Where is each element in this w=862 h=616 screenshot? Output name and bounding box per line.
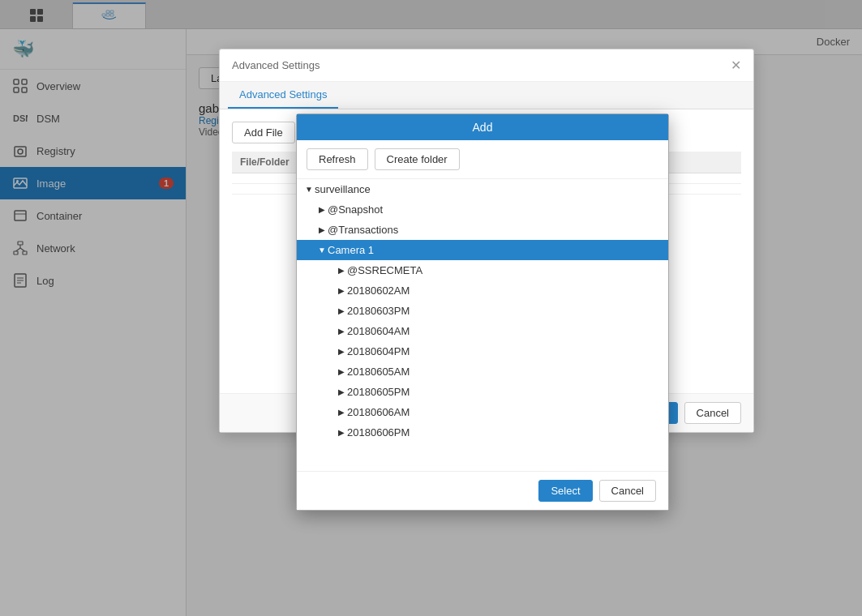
tree-arrow-20180603pm: ▶ (336, 306, 347, 317)
tree-arrow-surveillance: ▼ (303, 184, 315, 195)
adv-close-button[interactable]: ✕ (731, 58, 741, 73)
add-dialog-header: Add (297, 114, 668, 140)
tree-item-ssrecmeta[interactable]: ▶@SSRECMETA (297, 260, 668, 280)
tree-item-20180606am[interactable]: ▶20180606AM (297, 402, 668, 422)
adv-dialog-title: Advanced Settings (232, 59, 319, 71)
select-button[interactable]: Select (538, 480, 592, 502)
tree-arrow-20180606am: ▶ (336, 407, 347, 418)
tree-label-20180605pm: 20180605PM (347, 386, 660, 398)
tree-arrow-20180602am: ▶ (336, 285, 347, 297)
add-dialog-toolbar: Refresh Create folder (297, 140, 668, 179)
adv-cancel-button[interactable]: Cancel (684, 402, 741, 424)
add-dialog-footer: Select Cancel (297, 471, 668, 510)
tree-arrow-20180606pm: ▶ (336, 427, 347, 438)
tree-label-snapshot: @Snapshot (328, 203, 660, 216)
add-dialog-body: ▼surveillance▶@Snapshot▶@Transactions▼Ca… (297, 179, 668, 471)
tree-label-20180602am: 20180602AM (347, 284, 660, 297)
tree-item-surveillance[interactable]: ▼surveillance (297, 179, 668, 199)
tree-item-20180606pm[interactable]: ▶20180606PM (297, 422, 668, 443)
adv-tab-advanced[interactable]: Advanced Settings (228, 82, 338, 109)
adv-dialog-tabs: Advanced Settings (220, 82, 753, 109)
tree-arrow-20180604am: ▶ (336, 326, 347, 337)
tree-label-camera1: Camera 1 (328, 244, 660, 256)
tree-arrow-ssrecmeta: ▶ (336, 265, 347, 276)
tree-item-20180605am[interactable]: ▶20180605AM (297, 361, 668, 382)
tree-item-20180604pm[interactable]: ▶20180604PM (297, 341, 668, 361)
refresh-button[interactable]: Refresh (307, 148, 368, 170)
add-file-button[interactable]: Add File (232, 122, 295, 143)
tree-label-20180604pm: 20180604PM (347, 345, 660, 357)
add-dialog: Add Refresh Create folder ▼surveillance▶… (296, 113, 669, 511)
tree-label-20180604am: 20180604AM (347, 325, 660, 337)
tree-item-20180603pm[interactable]: ▶20180603PM (297, 301, 668, 321)
tree-item-transactions[interactable]: ▶@Transactions (297, 220, 668, 240)
tree-arrow-camera1: ▼ (316, 245, 328, 256)
create-folder-button[interactable]: Create folder (375, 148, 460, 170)
tree-label-ssrecmeta: @SSRECMETA (347, 264, 660, 276)
add-cancel-button[interactable]: Cancel (599, 480, 656, 502)
tree-arrow-snapshot: ▶ (316, 204, 328, 216)
adv-dialog-header: Advanced Settings ✕ (220, 49, 753, 82)
tree-arrow-20180605pm: ▶ (336, 387, 347, 398)
tree-label-surveillance: surveillance (315, 183, 660, 195)
tree-label-20180605am: 20180605AM (347, 366, 660, 378)
tree-label-20180606am: 20180606AM (347, 406, 660, 418)
tree-item-20180605pm[interactable]: ▶20180605PM (297, 382, 668, 402)
tree-arrow-20180605am: ▶ (336, 366, 347, 378)
tree-label-20180603pm: 20180603PM (347, 305, 660, 317)
tree-item-20180604am[interactable]: ▶20180604AM (297, 321, 668, 341)
tree-label-20180606pm: 20180606PM (347, 426, 660, 438)
add-dialog-title: Add (473, 121, 493, 134)
tree-item-camera1[interactable]: ▼Camera 1 (297, 240, 668, 260)
tree-label-transactions: @Transactions (328, 224, 660, 236)
tree-item-snapshot[interactable]: ▶@Snapshot (297, 199, 668, 220)
tree-arrow-transactions: ▶ (316, 225, 328, 236)
tree-item-20180602am[interactable]: ▶20180602AM (297, 280, 668, 301)
tree-arrow-20180604pm: ▶ (336, 346, 347, 357)
